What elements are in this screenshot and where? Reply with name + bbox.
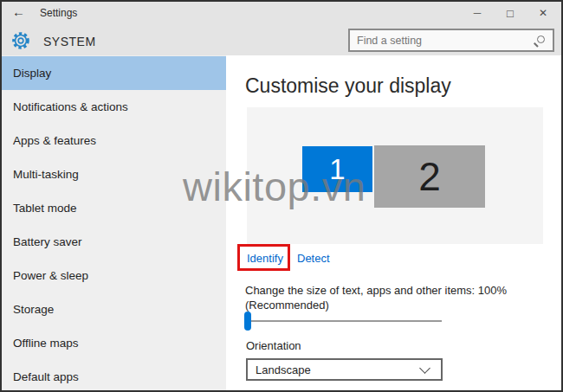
sidebar: Display Notifications & actions Apps & f… xyxy=(2,55,226,390)
sidebar-item-notifications-actions[interactable]: Notifications & actions xyxy=(2,90,226,124)
page-heading: Customise your display xyxy=(245,74,451,98)
slider-track[interactable] xyxy=(247,320,442,322)
settings-window: ← Settings ─ □ ✕ SYSTEM Display Notifica… xyxy=(0,0,563,392)
sidebar-item-power-sleep[interactable]: Power & sleep xyxy=(2,259,226,292)
sidebar-item-battery-saver[interactable]: Battery saver xyxy=(2,225,226,259)
sidebar-item-multi-tasking[interactable]: Multi-tasking xyxy=(2,157,226,191)
sidebar-item-default-apps[interactable]: Default apps xyxy=(2,360,226,392)
orientation-selected-value: Landscape xyxy=(248,363,421,376)
back-icon[interactable]: ← xyxy=(12,4,25,19)
search-icon[interactable] xyxy=(534,35,546,47)
scaling-description-line1: Change the size of text, apps and other … xyxy=(245,284,507,297)
gear-icon xyxy=(11,31,30,50)
detect-link[interactable]: Detect xyxy=(297,252,330,265)
display-settings-panel: Customise your display 1 2 Identify Dete… xyxy=(226,55,561,390)
window-chrome: ← Settings ─ □ ✕ SYSTEM xyxy=(2,2,561,55)
monitor-1-label: 1 xyxy=(329,153,345,186)
close-button[interactable]: ✕ xyxy=(527,2,560,24)
window-controls: ─ □ ✕ xyxy=(461,2,560,24)
monitor-1[interactable]: 1 xyxy=(302,146,372,192)
window-title: Settings xyxy=(40,7,77,19)
monitor-2-label: 2 xyxy=(418,153,441,200)
orientation-label: Orientation xyxy=(246,339,301,352)
page-title: SYSTEM xyxy=(43,35,96,48)
monitor-2[interactable]: 2 xyxy=(374,145,485,208)
scaling-description-line2: (Recommended) xyxy=(245,299,329,312)
chevron-down-icon xyxy=(419,363,430,374)
sidebar-item-apps-features[interactable]: Apps & features xyxy=(2,124,226,157)
sidebar-item-storage[interactable]: Storage xyxy=(2,292,226,326)
sidebar-item-display[interactable]: Display xyxy=(2,56,226,90)
slider-handle[interactable] xyxy=(244,312,251,331)
scaling-slider[interactable] xyxy=(244,312,443,331)
maximize-button[interactable]: □ xyxy=(494,2,527,24)
sidebar-item-tablet-mode[interactable]: Tablet mode xyxy=(2,191,226,225)
identify-link[interactable]: Identify xyxy=(247,252,283,265)
minimize-button[interactable]: ─ xyxy=(461,2,494,24)
search-box[interactable] xyxy=(348,29,554,52)
orientation-dropdown[interactable]: Landscape xyxy=(246,358,443,381)
search-input[interactable] xyxy=(350,34,534,48)
sidebar-item-offline-maps[interactable]: Offline maps xyxy=(2,326,226,360)
